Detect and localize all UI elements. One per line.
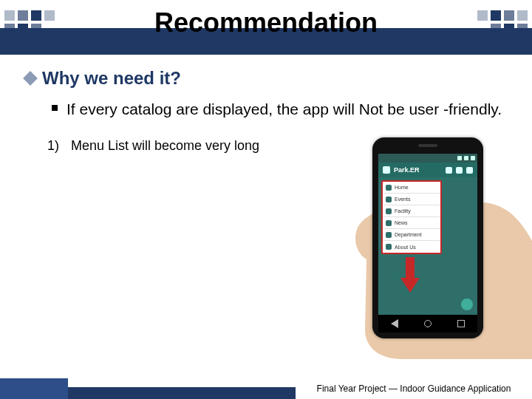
slide: Recommendation Why we need it? If every … — [0, 0, 532, 399]
arrow-down-icon — [400, 257, 420, 294]
menu-item[interactable]: Facility — [383, 205, 440, 217]
hamburger-icon[interactable] — [383, 166, 390, 174]
news-icon — [386, 220, 392, 226]
battery-icon — [471, 156, 475, 160]
menu-item[interactable]: About Us — [383, 241, 440, 253]
phone-screen: Park.ER Home Events Facility News Depart… — [378, 154, 477, 315]
menu-item[interactable]: Events — [383, 194, 440, 205]
menu-item-label: Home — [395, 185, 409, 190]
wifi-icon — [457, 156, 462, 160]
menu-item-label: News — [395, 220, 408, 225]
android-nav-bar — [378, 315, 477, 332]
square-bullet-icon — [52, 105, 58, 111]
section-heading-row: Why we need it? — [25, 68, 507, 89]
drawer-menu: Home Events Facility News Department Abo… — [381, 180, 442, 254]
bullet-text: If every catalog are displayed, the app … — [66, 99, 502, 119]
phone-speaker — [418, 144, 437, 147]
numbered-text: Menu List will become very long — [71, 138, 259, 154]
menu-item[interactable]: Department — [383, 229, 440, 241]
diamond-bullet-icon — [23, 71, 38, 86]
home-nav-icon[interactable] — [424, 320, 432, 327]
about-icon — [386, 244, 392, 250]
footer-text: Final Year Project — Indoor Guidance App… — [317, 383, 511, 394]
app-title: Park.ER — [394, 166, 442, 174]
menu-item[interactable]: Home — [383, 182, 440, 194]
menu-item-label: Events — [395, 197, 410, 202]
search-icon[interactable] — [446, 167, 452, 174]
menu-item[interactable]: News — [383, 217, 440, 229]
hand-holding-phone: Park.ER Home Events Facility News Depart… — [321, 137, 532, 359]
numbered-index: 1) — [47, 138, 59, 154]
menu-item-label: Facility — [395, 208, 411, 214]
back-icon[interactable] — [391, 319, 398, 328]
recents-icon[interactable] — [457, 320, 465, 327]
page-title: Recommendation — [0, 7, 532, 38]
footer-accent — [0, 378, 68, 399]
home-icon — [386, 185, 392, 191]
profile-icon[interactable] — [466, 167, 473, 174]
events-icon — [386, 197, 392, 202]
menu-item-label: About Us — [395, 245, 416, 250]
facility-icon — [386, 208, 392, 214]
footer-text-box: Final Year Project — Indoor Guidance App… — [296, 378, 532, 399]
clock-icon[interactable] — [456, 167, 463, 174]
fab-button[interactable] — [461, 299, 473, 310]
department-icon — [386, 232, 392, 238]
menu-item-label: Department — [395, 232, 422, 237]
phone-mock: Park.ER Home Events Facility News Depart… — [372, 137, 483, 338]
signal-icon — [464, 156, 468, 160]
bullet-row: If every catalog are displayed, the app … — [52, 99, 507, 119]
section-heading: Why we need it? — [42, 68, 181, 89]
phone-status-bar — [378, 154, 477, 163]
app-bar: Park.ER — [378, 163, 477, 177]
